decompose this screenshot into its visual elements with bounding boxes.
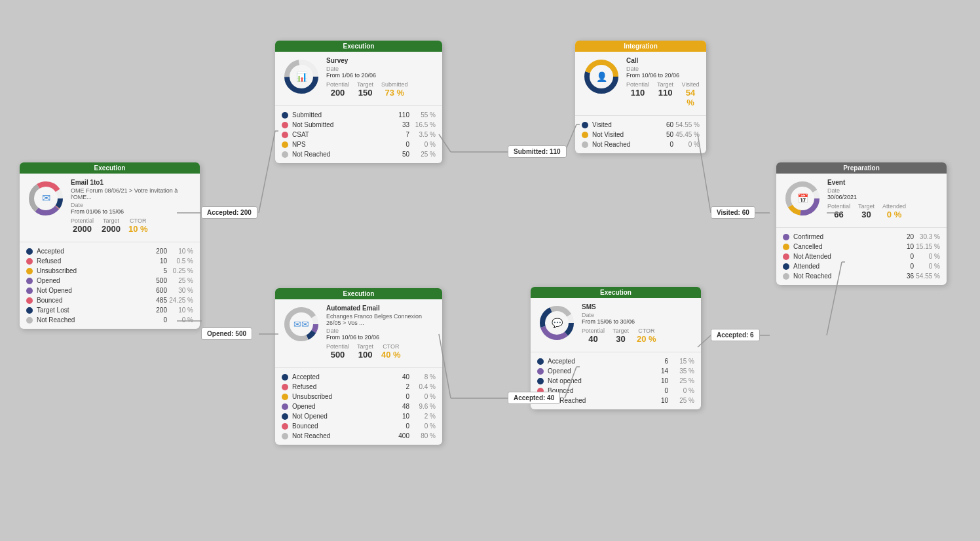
- call-target: 110: [657, 88, 673, 98]
- call-target-label: Target: [657, 81, 673, 88]
- connector-submitted-110: Submitted: 110: [508, 145, 567, 158]
- call-header: Integration: [575, 41, 706, 52]
- survey-submitted: 73 %: [381, 88, 408, 98]
- sms-target: 30: [612, 334, 629, 344]
- automated-email-metrics: Accepted408 % Refused20.4 % Unsubscribed…: [275, 369, 442, 445]
- email-1to1-icon: ✉: [26, 179, 66, 218]
- svg-line-1: [259, 131, 275, 213]
- email-1to1-metrics: Accepted20010 % Refused100.5 % Unsubscri…: [20, 244, 200, 329]
- survey-potential: 200: [326, 88, 349, 98]
- preparation-date-label: Date: [827, 187, 940, 194]
- preparation-icon: 📅: [783, 179, 822, 218]
- preparation-potential: 66: [827, 210, 850, 219]
- survey-target-label: Target: [357, 81, 373, 88]
- preparation-card: Preparation 📅 Event Date 30/06/2021 Pote…: [776, 162, 947, 285]
- sms-type: SMS: [582, 303, 694, 310]
- survey-card: Execution 📊 Survey Date From 1/06 to 20/…: [275, 41, 442, 163]
- automated-email-card: Execution ✉✉ Automated Email Echanges Fr…: [275, 288, 442, 445]
- survey-metrics: Submitted11055 % Not Submitted3316.5 % C…: [275, 107, 442, 163]
- automated-email-type: Automated Email: [326, 305, 436, 312]
- automated-email-icon: ✉✉: [282, 305, 321, 344]
- survey-type: Survey: [326, 57, 436, 64]
- call-card: Integration 👤 Call Date From 10/06 to 20…: [575, 41, 706, 153]
- sms-date-label: Date: [582, 312, 694, 318]
- email-1to1-potential-label: Potential: [71, 217, 94, 224]
- survey-target: 150: [357, 88, 373, 98]
- automated-email-date-label: Date: [326, 327, 436, 334]
- survey-header: Execution: [275, 41, 442, 52]
- automated-email-potential-label: Potential: [326, 343, 349, 350]
- svg-text:✉✉: ✉✉: [293, 319, 309, 329]
- svg-text:👤: 👤: [596, 71, 608, 83]
- svg-text:📊: 📊: [296, 71, 308, 83]
- connector-accepted-6: Accepted: 6: [711, 329, 760, 341]
- survey-icon: 📊: [282, 57, 321, 96]
- call-potential: 110: [626, 88, 649, 98]
- email-1to1-date-label: Date: [71, 202, 193, 208]
- preparation-target: 30: [858, 210, 875, 219]
- sms-header: Execution: [531, 287, 701, 298]
- survey-date-value: From 1/06 to 20/06: [326, 72, 436, 79]
- automated-email-ctor-label: CTOR: [381, 343, 401, 350]
- automated-email-header: Execution: [275, 288, 442, 299]
- email-1to1-potential: 2000: [71, 224, 94, 234]
- call-type: Call: [626, 57, 700, 64]
- automated-email-potential: 500: [326, 350, 349, 360]
- email-1to1-ctor: 10 %: [128, 224, 148, 234]
- email-1to1-target: 2000: [102, 224, 121, 234]
- svg-text:📅: 📅: [797, 193, 809, 204]
- call-date-value: From 10/06 to 20/06: [626, 72, 700, 79]
- call-potential-label: Potential: [626, 81, 649, 88]
- automated-email-target-label: Target: [357, 343, 373, 350]
- automated-email-target: 100: [357, 350, 373, 360]
- sms-date-value: From 15/06 to 30/06: [582, 318, 694, 325]
- call-metrics: Visited6054.55 % Not Visited5045.45 % No…: [575, 117, 706, 153]
- connector-visited-60: Visited: 60: [711, 206, 755, 219]
- preparation-attended-label: Attended: [882, 203, 906, 210]
- sms-ctor-label: CTOR: [637, 327, 656, 334]
- preparation-date-value: 30/06/2021: [827, 194, 940, 200]
- email-1to1-card: Execution ✉ Email 1to1: [20, 162, 200, 329]
- connector-opened-500: Opened: 500: [201, 327, 252, 340]
- preparation-potential-label: Potential: [827, 203, 850, 210]
- preparation-header: Preparation: [776, 162, 947, 174]
- automated-email-title: Echanges Franco Belges Connexion 26/05 >…: [326, 313, 436, 326]
- call-icon: 👤: [582, 57, 621, 96]
- email-1to1-ctor-label: CTOR: [128, 217, 148, 224]
- sms-target-label: Target: [612, 327, 629, 334]
- connector-accepted-200: Accepted: 200: [201, 206, 257, 219]
- sms-potential-label: Potential: [582, 327, 605, 334]
- svg-text:💬: 💬: [552, 318, 563, 329]
- email-1to1-date-value: From 01/06 to 15/06: [71, 208, 193, 215]
- sms-ctor: 20 %: [637, 334, 656, 344]
- email-1to1-title: OME Forum 08/06/21 > Votre invitation à …: [71, 187, 193, 200]
- preparation-attended: 0 %: [882, 210, 906, 219]
- connector-accepted-40: Accepted: 40: [508, 392, 560, 404]
- call-date-label: Date: [626, 65, 700, 72]
- sms-potential: 40: [582, 334, 605, 344]
- email-1to1-type: Email 1to1: [71, 179, 193, 186]
- sms-card: Execution 💬 SMS Date From 15/06 to 30/06: [531, 287, 701, 409]
- svg-text:✉: ✉: [42, 193, 50, 204]
- preparation-type: Event: [827, 179, 940, 186]
- survey-submitted-label: Submitted: [381, 81, 408, 88]
- email-1to1-header: Execution: [20, 162, 200, 174]
- call-visited-label: Visited: [681, 81, 700, 88]
- automated-email-ctor: 40 %: [381, 350, 401, 360]
- preparation-target-label: Target: [858, 203, 875, 210]
- email-1to1-target-label: Target: [102, 217, 121, 224]
- sms-icon: 💬: [537, 303, 576, 343]
- survey-date-label: Date: [326, 65, 436, 72]
- survey-potential-label: Potential: [326, 81, 349, 88]
- automated-email-date-value: From 10/06 to 20/06: [326, 334, 436, 341]
- call-visited: 54 %: [681, 88, 700, 107]
- preparation-metrics: Confirmed2030.3 % Cancelled1015.15 % Not…: [776, 229, 947, 285]
